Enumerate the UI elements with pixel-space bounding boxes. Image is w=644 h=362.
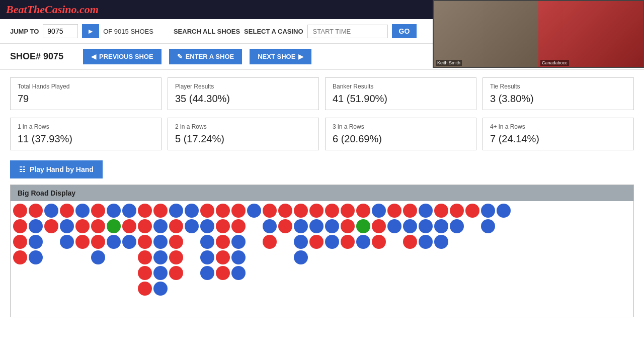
row-label: 3 in a Rows xyxy=(333,123,469,130)
previous-shoe-button[interactable]: ◀ PREVIOUS SHOE xyxy=(83,49,162,64)
prev-arrow-icon: ◀ xyxy=(91,53,96,60)
road-circle xyxy=(13,219,27,233)
video-content: Keith Smith Canadabocc xyxy=(434,1,643,67)
enter-shoe-button[interactable]: ✎ ENTER A SHOE xyxy=(169,49,243,64)
stat-label: Banker Results xyxy=(333,83,469,90)
road-circle xyxy=(29,219,43,233)
road-circle xyxy=(169,204,183,218)
play-hand-by-hand-button[interactable]: ☷ Play Hand by Hand xyxy=(10,160,103,178)
road-circle xyxy=(200,266,214,280)
stat-card-1: Player Results35 (44.30%) xyxy=(168,77,319,110)
big-road-canvas xyxy=(11,201,633,317)
road-circle xyxy=(200,235,214,249)
road-circle xyxy=(294,235,308,249)
next-arrow-icon: ▶ xyxy=(298,53,303,60)
road-circle xyxy=(434,219,448,233)
road-circle xyxy=(247,204,261,218)
person-left: Keith Smith xyxy=(434,1,538,67)
row-card-0: 1 in a Rows11 (37.93%) xyxy=(10,118,162,150)
road-circle xyxy=(263,204,277,218)
road-circle xyxy=(60,235,74,249)
row-card-2: 3 in a Rows6 (20.69%) xyxy=(325,118,476,150)
select-casino-label[interactable]: SELECT A CASINO xyxy=(244,28,303,35)
road-circle xyxy=(263,235,277,249)
jump-to-group: JUMP TO ► OF 9015 SHOES xyxy=(10,24,153,38)
road-circle xyxy=(91,204,105,218)
road-circle xyxy=(325,235,339,249)
road-circle xyxy=(122,219,136,233)
road-circle xyxy=(216,235,230,249)
road-circle xyxy=(278,204,292,218)
road-circle xyxy=(497,204,511,218)
jump-to-button[interactable]: ► xyxy=(82,24,99,38)
shoe-title: SHOE# 9075 xyxy=(10,51,75,62)
road-circle xyxy=(216,219,230,233)
road-circle xyxy=(153,282,168,296)
road-circle xyxy=(216,266,230,280)
road-circle xyxy=(309,204,324,218)
play-btn-section: ☷ Play Hand by Hand xyxy=(0,156,644,185)
road-circle xyxy=(13,250,27,264)
road-circle xyxy=(107,235,121,249)
road-circle xyxy=(185,204,199,218)
road-circle xyxy=(419,219,433,233)
search-all-label: SEARCH ALL SHOES xyxy=(174,28,240,35)
road-circle xyxy=(231,219,246,233)
road-circle xyxy=(200,250,214,264)
road-circle xyxy=(419,235,433,249)
big-road-section: Big Road Display xyxy=(10,185,634,317)
stat-value: 3 (3.80%) xyxy=(490,93,626,105)
road-circle xyxy=(403,235,417,249)
road-circle xyxy=(278,219,292,233)
road-circle xyxy=(481,204,495,218)
road-circle xyxy=(29,204,43,218)
road-circle xyxy=(153,235,168,249)
road-circle xyxy=(341,219,355,233)
road-circle xyxy=(325,219,339,233)
road-circle xyxy=(434,204,448,218)
road-circle xyxy=(200,204,214,218)
stat-label: Total Hands Played xyxy=(18,83,154,90)
road-circle xyxy=(309,219,324,233)
road-circle xyxy=(387,219,401,233)
start-time-input[interactable] xyxy=(307,25,388,38)
stat-value: 41 (51.90%) xyxy=(333,93,469,105)
road-circle xyxy=(450,219,464,233)
row-card-3: 4+ in a Rows7 (24.14%) xyxy=(482,118,634,150)
road-circle xyxy=(29,235,43,249)
person-left-label: Keith Smith xyxy=(436,60,462,66)
road-circle xyxy=(60,204,74,218)
road-circle xyxy=(403,204,417,218)
road-circle xyxy=(356,219,370,233)
road-circle xyxy=(372,235,386,249)
road-circle xyxy=(231,235,246,249)
road-circle xyxy=(44,219,58,233)
road-circle xyxy=(91,219,105,233)
road-circle xyxy=(138,282,152,296)
road-circle xyxy=(107,204,121,218)
next-shoe-button[interactable]: NEXT SHOE ▶ xyxy=(250,49,311,64)
stat-card-2: Banker Results41 (51.90%) xyxy=(325,77,476,110)
road-circle xyxy=(216,250,230,264)
road-circle xyxy=(13,235,27,249)
road-circle xyxy=(153,266,168,280)
road-circle xyxy=(481,219,495,233)
road-circle xyxy=(294,250,308,264)
row-label: 4+ in a Rows xyxy=(490,123,626,130)
go-button[interactable]: GO xyxy=(392,24,417,38)
road-circle xyxy=(138,266,152,280)
row-label: 2 in a Rows xyxy=(175,123,311,130)
road-circle xyxy=(138,204,152,218)
road-circle xyxy=(138,219,152,233)
road-circle xyxy=(216,204,230,218)
road-circle xyxy=(294,219,308,233)
road-circle xyxy=(231,250,246,264)
search-group: SEARCH ALL SHOES SELECT A CASINO GO xyxy=(174,24,417,38)
road-circle xyxy=(356,235,370,249)
grid-icon: ☷ xyxy=(19,165,26,173)
road-circle xyxy=(434,235,448,249)
jump-to-input[interactable] xyxy=(43,24,78,38)
road-circle xyxy=(419,204,433,218)
jump-to-label: JUMP TO xyxy=(10,28,39,35)
road-circle xyxy=(231,266,246,280)
